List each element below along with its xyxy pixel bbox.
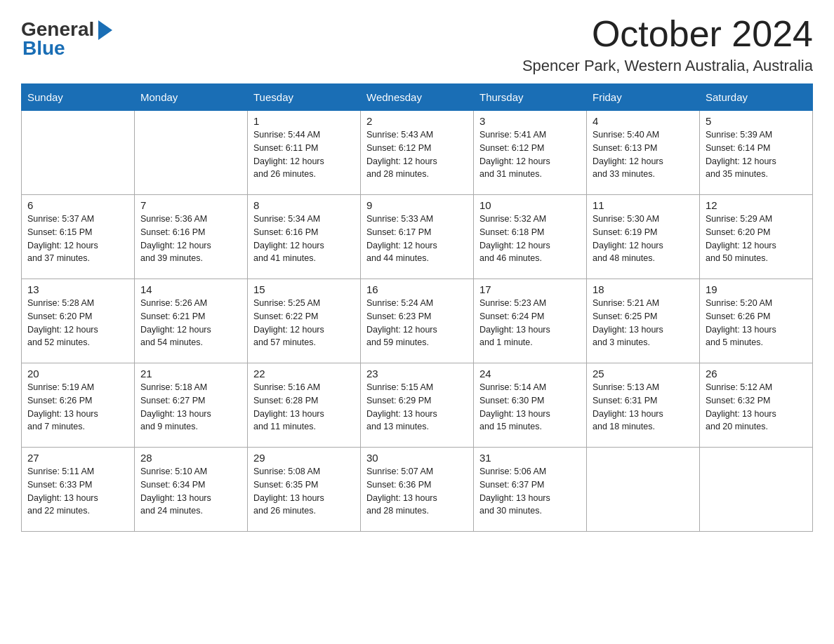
day-info: Sunrise: 5:19 AM Sunset: 6:26 PM Dayligh… xyxy=(27,381,128,434)
calendar-cell: 31Sunrise: 5:06 AM Sunset: 6:37 PM Dayli… xyxy=(474,448,587,532)
calendar-week-5: 27Sunrise: 5:11 AM Sunset: 6:33 PM Dayli… xyxy=(22,448,813,532)
location-title: Spencer Park, Western Australia, Austral… xyxy=(522,57,813,75)
calendar-header-tuesday: Tuesday xyxy=(248,84,361,111)
calendar-cell: 9Sunrise: 5:33 AM Sunset: 6:17 PM Daylig… xyxy=(361,195,474,279)
calendar-cell: 14Sunrise: 5:26 AM Sunset: 6:21 PM Dayli… xyxy=(135,279,248,363)
calendar-cell: 6Sunrise: 5:37 AM Sunset: 6:15 PM Daylig… xyxy=(22,195,135,279)
calendar-header-sunday: Sunday xyxy=(22,84,135,111)
day-info: Sunrise: 5:24 AM Sunset: 6:23 PM Dayligh… xyxy=(366,297,468,349)
day-number: 4 xyxy=(593,115,694,127)
calendar-cell: 5Sunrise: 5:39 AM Sunset: 6:14 PM Daylig… xyxy=(700,111,813,195)
day-info: Sunrise: 5:44 AM Sunset: 6:11 PM Dayligh… xyxy=(253,128,355,181)
calendar-cell: 1Sunrise: 5:44 AM Sunset: 6:11 PM Daylig… xyxy=(248,111,361,195)
day-info: Sunrise: 5:16 AM Sunset: 6:28 PM Dayligh… xyxy=(253,381,355,434)
calendar-cell: 15Sunrise: 5:25 AM Sunset: 6:22 PM Dayli… xyxy=(248,279,361,363)
calendar-cell: 17Sunrise: 5:23 AM Sunset: 6:24 PM Dayli… xyxy=(474,279,587,363)
day-number: 27 xyxy=(27,452,128,464)
calendar-cell: 24Sunrise: 5:14 AM Sunset: 6:30 PM Dayli… xyxy=(474,363,587,448)
day-number: 15 xyxy=(253,283,355,295)
day-info: Sunrise: 5:14 AM Sunset: 6:30 PM Dayligh… xyxy=(479,381,581,434)
day-number: 24 xyxy=(479,368,581,380)
day-info: Sunrise: 5:20 AM Sunset: 6:26 PM Dayligh… xyxy=(706,297,807,349)
day-number: 22 xyxy=(253,368,355,380)
calendar-cell: 2Sunrise: 5:43 AM Sunset: 6:12 PM Daylig… xyxy=(361,111,474,195)
day-number: 14 xyxy=(140,283,241,295)
calendar-cell xyxy=(22,111,135,195)
day-number: 13 xyxy=(27,283,128,295)
day-number: 17 xyxy=(479,283,581,295)
day-number: 10 xyxy=(479,199,581,211)
calendar-cell: 4Sunrise: 5:40 AM Sunset: 6:13 PM Daylig… xyxy=(587,111,700,195)
day-info: Sunrise: 5:41 AM Sunset: 6:12 PM Dayligh… xyxy=(479,128,581,181)
day-info: Sunrise: 5:21 AM Sunset: 6:25 PM Dayligh… xyxy=(593,297,694,349)
calendar-header-saturday: Saturday xyxy=(700,84,813,111)
calendar-cell: 16Sunrise: 5:24 AM Sunset: 6:23 PM Dayli… xyxy=(361,279,474,363)
day-info: Sunrise: 5:23 AM Sunset: 6:24 PM Dayligh… xyxy=(479,297,581,349)
day-number: 19 xyxy=(706,283,807,295)
day-number: 18 xyxy=(593,283,694,295)
logo-blue: Blue xyxy=(22,37,65,60)
calendar-cell: 29Sunrise: 5:08 AM Sunset: 6:35 PM Dayli… xyxy=(248,448,361,532)
calendar-cell xyxy=(700,448,813,532)
day-info: Sunrise: 5:12 AM Sunset: 6:32 PM Dayligh… xyxy=(706,381,807,434)
logo: General Blue xyxy=(21,14,115,60)
calendar-week-3: 13Sunrise: 5:28 AM Sunset: 6:20 PM Dayli… xyxy=(22,279,813,363)
day-number: 8 xyxy=(253,199,355,211)
calendar-week-4: 20Sunrise: 5:19 AM Sunset: 6:26 PM Dayli… xyxy=(22,363,813,448)
day-number: 11 xyxy=(593,199,694,211)
calendar-header-friday: Friday xyxy=(587,84,700,111)
day-number: 1 xyxy=(253,115,355,127)
calendar-cell: 22Sunrise: 5:16 AM Sunset: 6:28 PM Dayli… xyxy=(248,363,361,448)
calendar-header-wednesday: Wednesday xyxy=(361,84,474,111)
day-info: Sunrise: 5:39 AM Sunset: 6:14 PM Dayligh… xyxy=(706,128,807,181)
day-number: 16 xyxy=(366,283,468,295)
month-title: October 2024 xyxy=(522,14,813,54)
calendar-table: SundayMondayTuesdayWednesdayThursdayFrid… xyxy=(21,83,813,532)
day-info: Sunrise: 5:11 AM Sunset: 6:33 PM Dayligh… xyxy=(27,465,128,518)
day-number: 29 xyxy=(253,452,355,464)
day-number: 7 xyxy=(140,199,241,211)
calendar-header-monday: Monday xyxy=(135,84,248,111)
day-number: 30 xyxy=(366,452,468,464)
calendar-cell: 23Sunrise: 5:15 AM Sunset: 6:29 PM Dayli… xyxy=(361,363,474,448)
day-info: Sunrise: 5:08 AM Sunset: 6:35 PM Dayligh… xyxy=(253,465,355,518)
calendar-cell: 25Sunrise: 5:13 AM Sunset: 6:31 PM Dayli… xyxy=(587,363,700,448)
calendar-cell: 28Sunrise: 5:10 AM Sunset: 6:34 PM Dayli… xyxy=(135,448,248,532)
calendar-header-thursday: Thursday xyxy=(474,84,587,111)
calendar-cell: 26Sunrise: 5:12 AM Sunset: 6:32 PM Dayli… xyxy=(700,363,813,448)
day-info: Sunrise: 5:30 AM Sunset: 6:19 PM Dayligh… xyxy=(593,213,694,265)
day-info: Sunrise: 5:18 AM Sunset: 6:27 PM Dayligh… xyxy=(140,381,241,434)
day-number: 26 xyxy=(706,368,807,380)
calendar-week-2: 6Sunrise: 5:37 AM Sunset: 6:15 PM Daylig… xyxy=(22,195,813,279)
calendar-cell xyxy=(135,111,248,195)
day-number: 12 xyxy=(706,199,807,211)
day-info: Sunrise: 5:37 AM Sunset: 6:15 PM Dayligh… xyxy=(27,213,128,265)
calendar-cell: 10Sunrise: 5:32 AM Sunset: 6:18 PM Dayli… xyxy=(474,195,587,279)
day-number: 5 xyxy=(706,115,807,127)
calendar-week-1: 1Sunrise: 5:44 AM Sunset: 6:11 PM Daylig… xyxy=(22,111,813,195)
day-number: 9 xyxy=(366,199,468,211)
day-info: Sunrise: 5:40 AM Sunset: 6:13 PM Dayligh… xyxy=(593,128,694,181)
calendar-cell: 3Sunrise: 5:41 AM Sunset: 6:12 PM Daylig… xyxy=(474,111,587,195)
calendar-cell: 27Sunrise: 5:11 AM Sunset: 6:33 PM Dayli… xyxy=(22,448,135,532)
day-number: 3 xyxy=(479,115,581,127)
day-info: Sunrise: 5:34 AM Sunset: 6:16 PM Dayligh… xyxy=(253,213,355,265)
day-number: 23 xyxy=(366,368,468,380)
day-info: Sunrise: 5:26 AM Sunset: 6:21 PM Dayligh… xyxy=(140,297,241,349)
day-number: 6 xyxy=(27,199,128,211)
day-number: 2 xyxy=(366,115,468,127)
title-block: October 2024 Spencer Park, Western Austr… xyxy=(522,14,813,75)
calendar-cell: 8Sunrise: 5:34 AM Sunset: 6:16 PM Daylig… xyxy=(248,195,361,279)
day-number: 28 xyxy=(140,452,241,464)
calendar-cell: 11Sunrise: 5:30 AM Sunset: 6:19 PM Dayli… xyxy=(587,195,700,279)
day-number: 20 xyxy=(27,368,128,380)
day-info: Sunrise: 5:07 AM Sunset: 6:36 PM Dayligh… xyxy=(366,465,468,518)
calendar-cell: 21Sunrise: 5:18 AM Sunset: 6:27 PM Dayli… xyxy=(135,363,248,448)
day-info: Sunrise: 5:25 AM Sunset: 6:22 PM Dayligh… xyxy=(253,297,355,349)
day-info: Sunrise: 5:13 AM Sunset: 6:31 PM Dayligh… xyxy=(593,381,694,434)
day-info: Sunrise: 5:15 AM Sunset: 6:29 PM Dayligh… xyxy=(366,381,468,434)
calendar-cell xyxy=(587,448,700,532)
calendar-header-row: SundayMondayTuesdayWednesdayThursdayFrid… xyxy=(22,84,813,111)
day-info: Sunrise: 5:32 AM Sunset: 6:18 PM Dayligh… xyxy=(479,213,581,265)
calendar-cell: 13Sunrise: 5:28 AM Sunset: 6:20 PM Dayli… xyxy=(22,279,135,363)
